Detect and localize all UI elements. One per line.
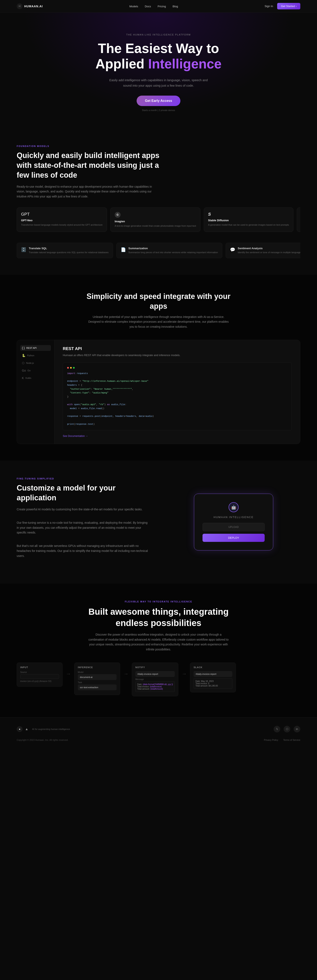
nav-link-blog[interactable]: Blog <box>173 5 178 8</box>
models-scroll: GPT GPT-Neo Transformer-based language m… <box>17 207 300 235</box>
model-desc-stablediff: A generative model that can be used to g… <box>208 223 289 227</box>
hero-title-highlight: Intelligence <box>148 56 222 72</box>
footer-tagline: AI for augmenting human intelligence <box>32 728 70 730</box>
integration-layout: { } REST API 🐍 Python ⬡ Node.js Go Go K … <box>17 340 300 444</box>
logo-icon: H <box>17 3 22 9</box>
task-desc-summarization: Summarize long pieces of text into short… <box>128 251 218 254</box>
code-dots <box>67 367 287 369</box>
api-desc: Humaan.ai offers REST API that enable de… <box>63 353 292 358</box>
integration-title: Simplicity and speed integrate with your… <box>86 291 231 311</box>
nodejs-icon: ⬡ <box>22 361 24 365</box>
integration-content: REST API Humaan.ai offers REST API that … <box>54 340 300 444</box>
footer-triangle-icon: ▲ <box>24 726 30 732</box>
task-card-sentiment[interactable]: 💬 Sentiment Analysis Identify the sentim… <box>226 243 300 258</box>
workflow-node-slack-header: Slack <box>193 666 232 668</box>
task-card-summarization[interactable]: 📄 Summarization Summarize long pieces of… <box>116 243 222 258</box>
model-desc-gpt: Transformer-based language models loosel… <box>21 223 103 227</box>
logo[interactable]: H HUMAAN.AI <box>17 3 43 9</box>
finetuning-section: FINE-TUNING SIMPLIFIED Customize a model… <box>0 461 317 584</box>
model-icon-gpt: GPT <box>21 212 103 217</box>
api-type-go[interactable]: Go Go <box>20 368 51 374</box>
twitter-icon[interactable]: 𝕏 <box>274 726 280 732</box>
workflow-node-notify-header: Notify <box>135 666 175 668</box>
integration-sidebar: { } REST API 🐍 Python ⬡ Node.js Go Go K … <box>17 340 54 444</box>
workflow-node-input-header: Input <box>20 666 59 668</box>
workflow-arrow-3: → <box>182 662 187 677</box>
model-icon-stablediff: S <box>208 212 289 217</box>
model-title-imagien: Imagien <box>115 220 196 223</box>
workflow-arrow-1: → <box>66 662 71 677</box>
integration-section: Simplicity and speed integrate with your… <box>0 275 317 461</box>
finetuning-content: FINE-TUNING SIMPLIFIED Customize a model… <box>17 477 150 567</box>
nav-link-models[interactable]: Models <box>129 5 138 8</box>
code-block: import requests endpoint = "http://infer… <box>63 363 292 431</box>
close-dot <box>67 367 69 369</box>
rest-api-icon: { } <box>22 346 25 350</box>
hero-tag: THE HUMAN-LIKE INTELLIGENCE PLATFORM <box>17 33 300 36</box>
brand-name: HUMAAN INTELLIGENCE <box>203 515 265 519</box>
model-icon-imagien: G <box>115 212 120 218</box>
minimize-dot <box>70 367 72 369</box>
model-card-whisper[interactable]: W Whisper Converting spoken language to … <box>297 207 300 232</box>
task-icon-sentiment: 💬 <box>230 247 235 252</box>
model-card-imagien[interactable]: G Imagien A text-to-image generative mod… <box>110 207 200 232</box>
workflow-section: FLEXIBLE WAY TO INTEGRATE INTELLIGENCE B… <box>0 584 317 717</box>
nav-link-pricing[interactable]: Pricing <box>158 5 166 8</box>
footer-logo-icons: ● ▲ <box>17 726 30 732</box>
workflow-node-input: Input Source invoice (om-s3.yyzj) (Amazo… <box>17 662 63 687</box>
api-type-python[interactable]: 🐍 Python <box>20 353 51 358</box>
task-card-sql[interactable]: 🗄️ Translate SQL Translate natural langu… <box>17 243 113 258</box>
foundation-section: FOUNDATION MODELS Quickly and easily bui… <box>0 128 317 275</box>
signin-link[interactable]: Sign In <box>265 5 273 8</box>
task-icon-sql: 🗄️ <box>21 247 26 252</box>
ft-avatar: 🤖 <box>228 502 239 512</box>
see-docs-link[interactable]: See Documentation → <box>63 434 292 438</box>
github-icon[interactable]: ⬡ <box>284 726 290 732</box>
api-type-nodejs[interactable]: ⬡ Node.js <box>20 360 51 366</box>
deploy-button[interactable]: DEPLOY <box>203 534 265 542</box>
model-desc-imagien: A text-to-image generative model that cr… <box>115 224 196 228</box>
finetuning-title: Customize a model for your application <box>17 483 150 503</box>
task-desc-sentiment: Identify the sentiment or tone of messag… <box>238 251 300 254</box>
upload-button[interactable]: UPLOAD <box>203 523 265 531</box>
wf-item-task: ocr-text-extraction <box>78 684 117 690</box>
wf-item-notify-channel: #daily-invoice-report <box>135 671 175 677</box>
workflow-tag: FLEXIBLE WAY TO INTEGRATE INTELLIGENCE <box>17 600 300 603</box>
hero-cta-button[interactable]: Get Early Access <box>136 95 181 106</box>
kotlin-icon: K <box>22 376 24 380</box>
finetuning-desc1: Create powerful AI models by customizing… <box>17 507 150 512</box>
expand-dot <box>73 367 74 369</box>
terms-link[interactable]: Terms of Service <box>283 739 300 741</box>
api-title: REST API <box>63 346 292 351</box>
finetuning-card-logo: 🤖 HUMAAN INTELLIGENCE <box>203 502 265 519</box>
model-title-stablediff: Stable Diffusion <box>208 219 289 222</box>
task-title-sentiment: Sentiment Analysis <box>238 247 300 250</box>
model-card-gpt[interactable]: GPT GPT-Neo Transformer-based language m… <box>17 207 107 232</box>
footer-social: 𝕏 ⬡ in <box>274 726 300 732</box>
workflow-node-slack: Slack #daily-invoice-report Date: May 18… <box>190 662 236 692</box>
finetuning-desc3: But that's not all: we provide serverles… <box>17 544 150 558</box>
footer-links: Privacy Policy Terms of Service <box>264 739 300 741</box>
nav-link-docs[interactable]: Docs <box>145 5 151 8</box>
footer-bottom: Copyright © 2023 Humaan, Inc. All rights… <box>17 739 300 741</box>
tasks-row: 🗄️ Translate SQL Translate natural langu… <box>17 243 300 258</box>
footer: ● ▲ AI for augmenting human intelligence… <box>0 717 317 749</box>
get-started-button[interactable]: Get Started › <box>277 3 300 10</box>
privacy-policy-link[interactable]: Privacy Policy <box>264 739 278 741</box>
foundation-title: Quickly and easily build intelligent app… <box>17 151 163 180</box>
workflow-arrow-2: → <box>124 662 128 677</box>
api-type-rest[interactable]: { } REST API <box>20 345 51 351</box>
finetuning-visual: 🤖 HUMAAN INTELLIGENCE UPLOAD DEPLOY <box>167 494 300 550</box>
python-icon: 🐍 <box>22 354 25 357</box>
hero-section: THE HUMAN-LIKE INTELLIGENCE PLATFORM The… <box>0 13 317 128</box>
finetuning-tag: FINE-TUNING SIMPLIFIED <box>17 477 150 480</box>
code-content: import requests endpoint = "http://infer… <box>67 372 287 426</box>
workflow-desc: Discover the power of seamless workflow … <box>87 632 230 652</box>
footer-copyright: Copyright © 2023 Humaan, Inc. All rights… <box>17 739 68 741</box>
model-card-stablediff[interactable]: S Stable Diffusion A generative model th… <box>204 207 293 232</box>
linkedin-icon[interactable]: in <box>294 726 300 732</box>
api-type-kotlin[interactable]: K Kotlin <box>20 375 51 381</box>
go-icon: Go <box>22 369 26 372</box>
hero-note: Starts a month | 2 private demos <box>17 109 300 111</box>
workflow-node-inference: Inference Model document-ai Task ocr-tex… <box>74 662 120 695</box>
